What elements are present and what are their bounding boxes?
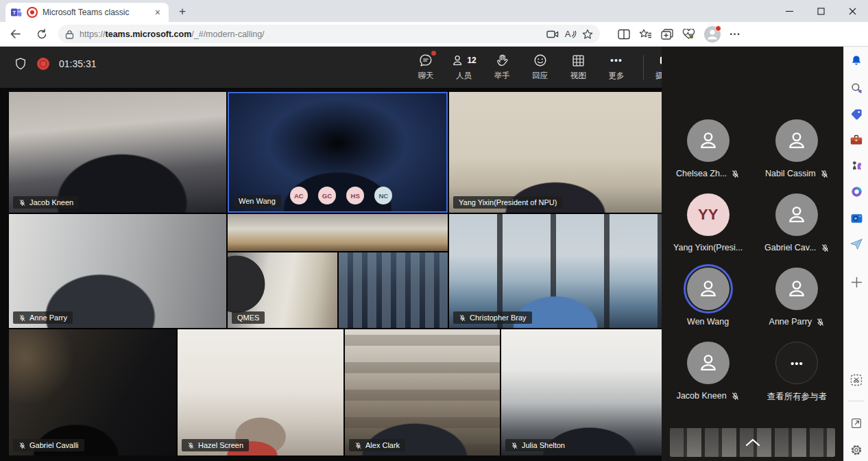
url-text: https://teams.microsoft.com/_#/modern-ca… [80, 29, 541, 39]
participant-chelsea[interactable]: Chelsea Zh... [666, 119, 751, 178]
camera-app-icon[interactable] [848, 210, 865, 226]
tab-title: Microsoft Teams classic [43, 8, 147, 17]
more-actions-button[interactable]: ••• 更多 [599, 52, 634, 81]
person-icon [697, 129, 720, 152]
video-tile-gabriel-cavalli[interactable]: Gabriel Cavalli [9, 329, 176, 456]
video-tile-videowall-room[interactable] [339, 252, 448, 328]
participant-gabriel[interactable]: Gabriel Cav... [754, 193, 839, 252]
video-stage: Jacob Kneen AC GC HS NC Wen Wang Yang Yi… [9, 92, 662, 456]
ring-app-icon[interactable] [848, 183, 865, 200]
chat-button[interactable]: 聊天 [409, 52, 443, 81]
tile-nameplate: Gabriel Cavalli [13, 439, 84, 451]
call-menu: 聊天 12 人员 举手 回应 视图 [409, 52, 634, 81]
tab-microsoft-teams[interactable]: T Microsoft Teams classic × [5, 3, 169, 22]
browser-window: T Microsoft Teams classic × + https://te… [0, 0, 868, 461]
profile-avatar[interactable] [704, 26, 721, 43]
people-button[interactable]: 12 人员 [447, 52, 481, 81]
tile-nameplate: Julia Shelton [505, 439, 570, 451]
participant-anne[interactable]: Anne Parry [754, 268, 839, 327]
self-video-thumbnail[interactable] [670, 428, 835, 457]
teams-favicon: T [11, 7, 22, 18]
video-tile-alex-clark[interactable]: Alex Clark [345, 329, 500, 456]
games-chess-icon[interactable] [848, 157, 865, 174]
muted-mic-icon [354, 442, 362, 449]
avatar-initials: YY [687, 193, 730, 236]
new-tab-button[interactable]: + [174, 4, 191, 19]
avatar-badge: AC [290, 187, 308, 204]
muted-mic-icon [821, 244, 830, 252]
back-icon[interactable] [10, 28, 21, 40]
minimize-button[interactable] [773, 0, 805, 22]
video-tile-anne-parry[interactable]: Anne Parry [9, 214, 226, 328]
tile-nameplate: Yang Yixin(President of NPU) [453, 196, 562, 209]
maximize-button[interactable] [805, 0, 836, 22]
open-in-browser-icon[interactable] [848, 415, 865, 432]
collapse-chevron-icon[interactable] [745, 438, 760, 447]
tab-media-camera-icon[interactable] [546, 29, 559, 39]
window-controls [773, 0, 868, 22]
favorites-star-icon[interactable] [582, 29, 593, 40]
tile-nameplate: Hazel Screen [182, 439, 249, 451]
avatar-speaking [687, 268, 730, 310]
address-bar: https://teams.microsoft.com/_#/modern-ca… [0, 22, 868, 47]
avatar [775, 193, 818, 236]
video-tile-christopher-bray[interactable]: Christopher Bray [449, 214, 662, 328]
sidebar-settings-gear-icon[interactable] [848, 442, 865, 458]
participant-yang-yixin[interactable]: YY Yang Yixin(Presi... [666, 193, 751, 252]
avatar-badge: NC [374, 187, 392, 204]
raise-hand-button[interactable]: 举手 [485, 52, 519, 81]
view-button[interactable]: 视图 [561, 52, 595, 81]
people-icon [451, 53, 465, 68]
muted-mic-icon [19, 314, 26, 322]
muted-mic-icon [511, 442, 518, 449]
tools-toolbox-icon[interactable] [848, 132, 865, 148]
video-tile-wen-wang[interactable]: AC GC HS NC Wen Wang [228, 92, 448, 213]
tab-groups-icon[interactable] [661, 29, 673, 40]
view-grid-icon [571, 54, 586, 68]
react-button[interactable]: 回应 [523, 52, 557, 81]
drop-paper-plane-icon[interactable] [848, 236, 865, 252]
read-aloud-icon[interactable]: A [564, 29, 577, 39]
tab-close-icon[interactable]: × [152, 6, 163, 19]
search-icon[interactable] [848, 80, 865, 96]
svg-text:T: T [13, 10, 16, 16]
participant-jacob[interactable]: Jacob Kneen [666, 342, 751, 403]
participant-nabil[interactable]: Nabil Cassim [754, 119, 839, 178]
url-field[interactable]: https://teams.microsoft.com/_#/modern-ca… [58, 25, 600, 43]
notifications-bell-icon[interactable] [848, 53, 865, 69]
video-tile-panorama-room[interactable] [228, 214, 448, 251]
muted-mic-icon [459, 314, 466, 322]
view-all-participants-button[interactable]: ••• 查看所有参与者 [754, 342, 839, 403]
video-tile-hazel-screen[interactable]: Hazel Screen [178, 329, 343, 456]
split-screen-icon[interactable] [618, 29, 630, 40]
muted-mic-icon [731, 169, 740, 178]
chat-badge [431, 51, 436, 56]
browser-more-icon[interactable]: ··· [730, 28, 740, 40]
meeting-timer: 01:35:31 [59, 58, 97, 69]
chat-icon [418, 53, 433, 68]
shield-icon [14, 56, 27, 71]
recording-indicator-icon [37, 58, 49, 70]
collections-star-icon[interactable] [639, 29, 652, 40]
person-icon [785, 129, 808, 152]
video-tile-yang-yixin[interactable]: Yang Yixin(President of NPU) [449, 92, 662, 213]
muted-mic-icon [731, 392, 740, 401]
muted-mic-icon [816, 318, 825, 327]
participants-panel: Chelsea Zh... Nabil Cassim YY Yang Yixin… [662, 47, 843, 461]
react-smiley-icon [533, 53, 548, 68]
add-sidebar-item-icon[interactable] [848, 274, 865, 290]
video-tile-qmes-room[interactable]: QMES [228, 252, 337, 328]
avatar-badge: GC [318, 187, 336, 204]
tile-nameplate: Christopher Bray [453, 311, 532, 324]
video-tile-jacob-kneen[interactable]: Jacob Kneen [9, 92, 226, 213]
refresh-icon[interactable] [36, 29, 47, 40]
toolbar-divider [643, 55, 644, 80]
muted-mic-icon [19, 442, 26, 449]
web-capture-icon[interactable] [848, 372, 865, 388]
video-tile-julia-shelton[interactable]: Julia Shelton [501, 329, 662, 456]
close-window-button[interactable] [836, 0, 868, 22]
tab-bar: T Microsoft Teams classic × + [0, 0, 868, 22]
participant-wen-wang[interactable]: Wen Wang [666, 268, 751, 327]
shopping-tag-icon[interactable] [848, 106, 865, 122]
browser-essentials-icon[interactable] [682, 29, 695, 40]
